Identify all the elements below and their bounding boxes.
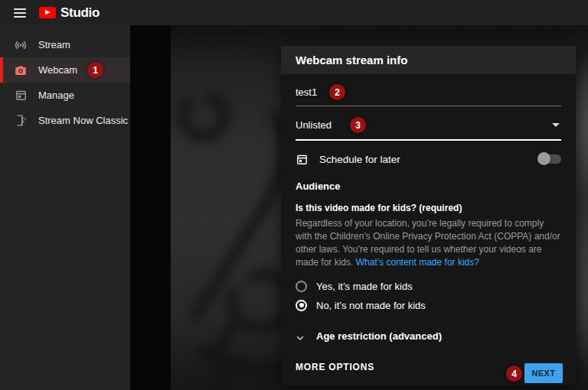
webcam-stream-info-dialog: Webcam stream info test1 2 Unlisted 3 [281,46,576,385]
sidebar-item-manage[interactable]: Manage [0,83,130,108]
annotation-badge-3: 3 [350,117,366,133]
sidebar-item-stream[interactable]: Stream [0,32,130,57]
privacy-selected-value: Unlisted [296,119,332,131]
chevron-down-icon [296,332,305,341]
brand[interactable]: Studio [39,5,100,21]
toggle-knob [537,152,550,165]
coppa-description: Regardless of your location, you’re lega… [296,217,562,269]
sidebar-item-label: Manage [38,89,74,101]
hamburger-menu-icon[interactable] [14,6,26,20]
age-restriction-expander[interactable]: Age restriction (advanced) [296,330,561,342]
sidebar-item-label: Webcam [38,64,77,76]
schedule-for-later-label: Schedule for later [319,154,400,165]
chevron-down-icon[interactable] [552,123,560,127]
schedule-toggle[interactable] [538,154,561,164]
calendar-icon [14,89,28,102]
dialog-title: Webcam stream info [281,46,576,74]
sidebar-item-stream-now-classic[interactable]: Stream Now Classic [0,108,130,133]
radio-unselected-icon [296,281,307,292]
radio-label: No, it’s not made for kids [316,300,426,311]
youtube-logo-icon [39,7,56,18]
age-restriction-label: Age restriction (advanced) [316,330,442,342]
annotation-badge-4: 4 [506,366,522,382]
sidebar-item-label: Stream [38,39,70,50]
topbar: Studio [0,0,588,25]
audience-heading: Audience [296,180,561,192]
youtube-studio-webcam-screen: Studio Stream Webcam [0,0,588,390]
brand-text: Studio [60,5,100,21]
radio-selected-icon [296,300,307,311]
annotation-badge-1: 1 [87,62,103,78]
calendar-icon [296,153,309,166]
stream-title-value: test1 [296,86,317,98]
dialog-body: test1 2 Unlisted 3 Schedule for later [281,84,576,390]
exit-person-icon [14,114,28,128]
radio-label: Yes, it’s made for kids [316,281,413,292]
radio-yes-made-for-kids[interactable]: Yes, it’s made for kids [296,277,561,295]
camera-icon [14,63,28,77]
sidebar-item-webcam[interactable]: Webcam 1 [0,57,130,83]
made-for-kids-question: Is this video made for kids? (required) [296,203,561,213]
annotation-badge-2: 2 [329,84,345,100]
privacy-select[interactable]: Unlisted 3 [296,117,561,141]
sidebar: Stream Webcam 1 Manage [0,25,130,390]
stream-title-field[interactable]: test1 2 [296,84,561,106]
radio-no-not-made-for-kids[interactable]: No, it’s not made for kids [296,296,561,314]
schedule-for-later-row: Schedule for later [296,150,561,168]
made-for-kids-options: Yes, it’s made for kids No, it’s not mad… [296,277,561,314]
broadcast-icon [14,38,28,52]
sidebar-item-label: Stream Now Classic [38,115,128,126]
next-button[interactable]: NEXT [524,363,563,383]
made-for-kids-link[interactable]: What’s content made for kids? [356,257,479,268]
